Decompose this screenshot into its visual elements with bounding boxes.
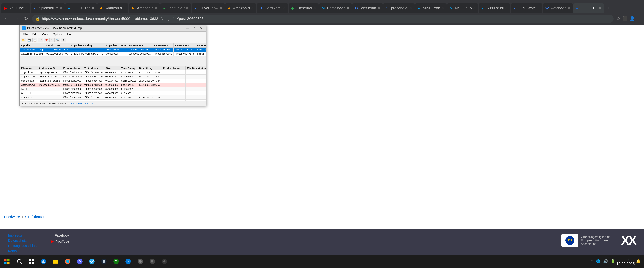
tab-5080studi[interactable]: ● 5080 studi ✕ [479,3,510,13]
edge-taskbar-icon[interactable] [38,255,50,268]
tab-close-jens[interactable]: ✕ [378,6,380,10]
tab-amazon3[interactable]: A Amazon.d ✕ [225,3,256,13]
toolbar-copy[interactable]: 📋 [32,38,38,42]
tab-close-amz2[interactable]: ✕ [155,6,158,10]
tab-active-5090[interactable]: ● 5090 Pr... ✕ [574,3,604,13]
toolbar-prop[interactable]: ℹ [50,38,54,42]
battery-icon[interactable]: 🔋 [610,259,615,264]
bsv-driver-table[interactable]: Filename Address In St... From Address T… [20,66,206,101]
app3-taskbar-icon[interactable] [158,255,170,268]
nirsoft-link[interactable]: http://www.nirsoft.net [71,102,93,105]
address-bar[interactable]: 🔒 https://www.hardwareluxx.de/community/… [32,15,614,23]
discord-taskbar-icon[interactable]: D [74,255,86,268]
col-crashtime[interactable]: Crash Time [45,43,69,47]
drv-col-product[interactable]: Product Name [162,66,186,70]
store-taskbar-icon[interactable]: 🛍 [122,255,134,268]
driver-row-dxgkrnl[interactable]: dxgkrnl.sys dxgkrnl.sys+7469 fffff805`66… [20,70,206,74]
drv-col-filename[interactable]: Filename [20,66,38,70]
telegram-taskbar-icon[interactable] [86,255,98,268]
drv-col-timestamp[interactable]: Time Stamp [120,66,137,70]
col-dumpfile[interactable]: mp File [20,43,45,47]
explorer-taskbar-icon[interactable] [50,255,62,268]
driver-row-ntoskrnl[interactable]: ntoskrnl.exe ntoskrnl.exe+3c26fb fffff80… [20,79,206,83]
tab-spieleforum[interactable]: ● Spieleforum ✕ [31,3,65,13]
tab-msigefou[interactable]: M MSI GeFo ✕ [447,3,478,13]
menu-edit[interactable]: Edit [30,32,39,37]
tab-close-ei[interactable]: ✕ [314,6,316,10]
tab-close-5080[interactable]: ✕ [505,6,508,10]
notification-icon[interactable]: 🔔 [636,259,641,264]
chevron-up-icon[interactable]: ⌃ [590,260,593,264]
driver-row-hal[interactable]: hal.dll fffff805`5f066000 fffff805`5f066… [20,87,206,91]
tab-amazon1[interactable]: A Amazon.d ✕ [97,3,128,13]
bookmark-star-icon[interactable]: ☆ [616,16,620,21]
back-button[interactable]: ← [3,15,10,23]
tab-close-amz3[interactable]: ✕ [251,6,254,10]
tab-driverpow[interactable]: ● Driver_pow ✕ [192,3,225,13]
firefox-taskbar-icon[interactable] [62,255,74,268]
menu-file[interactable]: File [21,32,30,37]
taskview-button[interactable] [26,255,38,268]
tab-close-5090b[interactable]: ✕ [442,6,444,10]
breadcrumb-grafikkarten[interactable]: Grafikkarten [25,215,46,219]
toolbar-open[interactable]: 📂 [21,38,26,42]
steam-taskbar-icon[interactable] [98,255,110,268]
horizontal-scrollbar[interactable] [20,63,206,66]
tab-ichfuhle[interactable]: ● Ich fühle r ✕ [160,3,191,13]
new-tab-button[interactable]: + [604,3,614,13]
toolbar-icon1[interactable]: 🔍 [55,38,60,42]
tab-youtube[interactable]: ▶ YouTube ✕ [1,3,30,13]
tab-dpcwatch[interactable]: ● DPC Watc ✕ [511,3,542,13]
tab-close-post[interactable]: ✕ [347,6,349,10]
tab-close-msi[interactable]: ✕ [473,6,476,10]
drv-col-timestr[interactable]: Time String [137,66,162,70]
tab-close-wd[interactable]: ✕ [568,6,570,10]
app1-taskbar-icon[interactable] [134,255,146,268]
menu-help[interactable]: Help [65,32,75,37]
drv-col-fromaddr[interactable]: From Address [62,66,83,70]
minimize-button[interactable]: — [185,26,190,31]
tab-close-drv[interactable]: ✕ [220,6,222,10]
tab-close-prae[interactable]: ✕ [410,6,412,10]
tab-jenslehn[interactable]: G jens lehm ✕ [352,3,383,13]
extensions-icon[interactable]: ⬛ [622,16,628,21]
toolbar-icon2[interactable]: ★ [61,38,66,42]
driver-row-kdcom[interactable]: kdcom.dll fffff805`5f070000 fffff805`5f0… [20,91,206,95]
col-param1[interactable]: Parameter 1 [127,43,152,47]
driver-row-clfs[interactable]: CLFS.SYS fffff805`5f060000 fffff805`5f11… [20,95,206,100]
toolbar-cut[interactable]: ✂ [38,38,43,42]
menu-view[interactable]: View [40,32,50,37]
tab-praesent[interactable]: G präsendial ✕ [383,3,415,13]
search-taskbar-button[interactable] [14,255,26,268]
col-bugcheckcode[interactable]: Bug Check Code [104,43,127,47]
crash-row-2[interactable]: 020925-6875-01.dmp 09.02.2025 09:07:09 D… [20,52,206,56]
menu-options[interactable]: Options [51,32,64,37]
drv-col-toaddr[interactable]: To Address [83,66,104,70]
tab-close-hw[interactable]: ✕ [283,6,286,10]
tab-watchdog[interactable]: W watchdog ✕ [543,3,573,13]
tab-close-dpc[interactable]: ✕ [537,6,540,10]
tab-close-5090[interactable]: ✕ [92,6,94,10]
speaker-icon[interactable]: 🔊 [603,259,608,264]
driver-row-tm[interactable]: tm.sys fffff805`5f080000 fffff805`5f0ab0… [20,100,206,101]
tab-eichenk[interactable]: ◆ Eichenrei ✕ [289,3,319,13]
footer-link-datenschutz[interactable]: Datenschutz [8,239,38,243]
footer-link-impressum[interactable]: Impressum [8,234,38,237]
network-icon[interactable]: 🌐 [596,259,600,264]
col-param4[interactable]: Parameter 4 [195,43,206,47]
start-button[interactable] [0,255,14,268]
toolbar-paste[interactable]: 📌 [44,38,49,42]
xbox-taskbar-icon[interactable]: X [110,255,122,268]
driver-row-watchdog[interactable]: watchdog.sys watchdog.sys+5745 fffff805`… [20,83,206,87]
drv-col-filedesc[interactable]: File Description [186,66,206,70]
social-facebook[interactable]: f Facebook [52,234,70,237]
tab-close-youtube[interactable]: ✕ [25,6,28,10]
tab-close-active[interactable]: ✕ [598,6,601,10]
tab-5090prob2[interactable]: ● 5090 Prob ✕ [415,3,446,13]
refresh-button[interactable]: ↻ [23,14,29,23]
col-param2[interactable]: Parameter 2 [152,43,174,47]
close-button[interactable]: ✕ [198,26,204,31]
tab-hardware[interactable]: H Hardware. ✕ [256,3,288,13]
tab-5090prob1[interactable]: ● 5090 Prob ✕ [66,3,97,13]
tray-clock[interactable]: 22:11 10.02.2025 [616,257,635,266]
